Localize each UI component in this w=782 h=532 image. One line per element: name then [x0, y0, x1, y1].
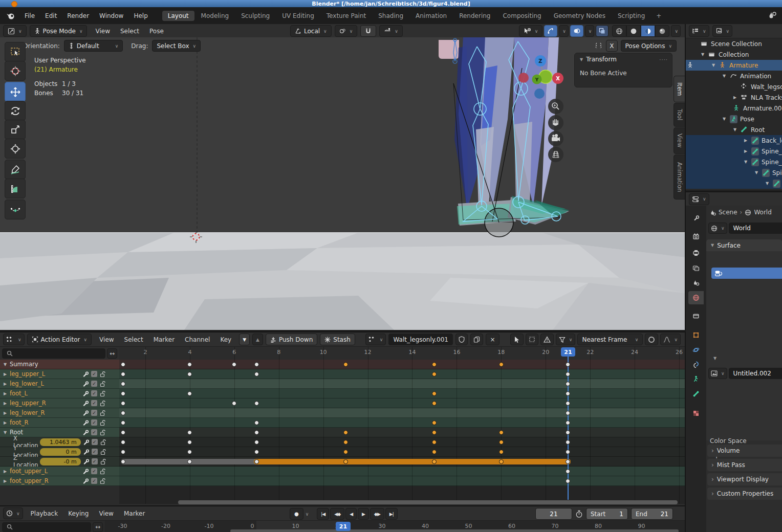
surface-panel-header[interactable]: ▼ Surface [706, 239, 782, 251]
channel-value-field[interactable]: 1.0463 m [40, 438, 81, 446]
pivot-point-selector[interactable]: ∨ [335, 25, 358, 37]
tool-cursor-button[interactable] [5, 61, 26, 81]
next-keyframe-button[interactable]: ◆▶ [370, 508, 384, 520]
end-frame-field[interactable]: End 21 [631, 508, 673, 520]
modifier-wrench-icon[interactable] [82, 390, 89, 397]
channel-lock-icon[interactable] [100, 449, 106, 455]
start-frame-field[interactable]: Start 1 [586, 508, 628, 520]
channel-name[interactable]: foot_upper_R [10, 477, 49, 484]
workspace-tab-rendering[interactable]: Rendering [453, 11, 496, 21]
keyframe-f18-selected[interactable] [499, 459, 504, 464]
tool-transform-button[interactable] [5, 139, 26, 159]
dopesheet-hscrollbar[interactable] [178, 500, 678, 504]
channel-lock-icon[interactable] [99, 390, 106, 397]
expand-down-icon[interactable]: ▼ [764, 181, 770, 186]
keyframe-f1[interactable] [121, 459, 125, 464]
channel-name[interactable]: leg_upper_L [10, 370, 45, 378]
channel-name[interactable]: leg_lower_L [10, 380, 44, 387]
object-type-visibility-selector[interactable]: ∨ [519, 25, 543, 37]
keyframe-f18-selected[interactable] [499, 450, 504, 454]
jump-to-start-button[interactable]: |◀ [317, 508, 329, 520]
keyframe-f1[interactable] [121, 450, 125, 454]
outliner-label[interactable]: Spine_L [762, 148, 782, 155]
menu-window[interactable]: Window [94, 12, 128, 19]
properties-tab-texture[interactable] [688, 407, 704, 420]
key-row-leg_upper_l[interactable] [119, 369, 685, 379]
key-row-y-location[interactable] [119, 447, 685, 457]
channel-expand-icon[interactable]: ▶ [2, 411, 8, 415]
jump-to-end-button[interactable]: ▶| [385, 508, 398, 520]
timeline-menu-marker[interactable]: Marker [119, 510, 150, 517]
viewport-editor-type-button[interactable]: ∨ [3, 25, 27, 37]
pose-options-dropdown[interactable]: Pose Options ∨ [621, 40, 677, 52]
properties-tab-world[interactable] [688, 291, 704, 304]
expand-down-icon[interactable]: ▼ [732, 127, 738, 132]
key-row-foot_l[interactable] [119, 389, 685, 398]
outliner-label[interactable]: NLA Tracks [751, 94, 782, 101]
keyframe-f1[interactable] [121, 401, 125, 406]
x-mirror-toggle[interactable]: X [606, 40, 617, 52]
channel-name[interactable]: leg_lower_R [10, 409, 45, 416]
modifier-wrench-icon[interactable] [83, 439, 90, 446]
image-name-field[interactable]: Untitled.002 [729, 368, 782, 379]
keyframe-f7[interactable] [254, 440, 259, 445]
workspace-tab-scripting[interactable]: Scripting [612, 11, 650, 21]
key-row-foot_upper_r[interactable] [119, 476, 685, 486]
transform-orientation-selector[interactable]: Local ∨ [290, 25, 332, 37]
menu-file[interactable]: File [19, 12, 40, 19]
sidebar-tab-item[interactable]: Item [674, 76, 685, 102]
panel-custom-properties[interactable]: ›Custom Properties [707, 487, 782, 500]
timeline-hscrollbar[interactable] [230, 529, 679, 532]
key-row-summary[interactable] [119, 360, 685, 369]
channel-lock-icon[interactable] [99, 419, 106, 426]
outliner-label[interactable]: Root [751, 126, 765, 134]
add-workspace-button[interactable]: + [650, 11, 667, 21]
expand-down-icon[interactable]: ▼ [721, 74, 727, 78]
channel-foot_r[interactable]: ▶foot_R✓ [0, 418, 119, 428]
modifier-wrench-icon[interactable] [82, 381, 89, 387]
key-row-root[interactable] [119, 428, 685, 437]
channel-value-field[interactable]: -0 m [40, 458, 81, 465]
outliner-label[interactable]: Armature.003 [743, 105, 782, 112]
drag-mode-selector[interactable]: Select Box ∨ [152, 40, 201, 52]
modifier-wrench-icon[interactable] [82, 371, 89, 378]
workspace-tab-layout[interactable]: Layout [162, 11, 194, 21]
keyframe-f18-selected[interactable] [499, 430, 504, 435]
panel-volume[interactable]: ›Volume [707, 445, 782, 457]
timeline-filter-button[interactable]: ↔ [93, 522, 103, 532]
channel-lock-icon[interactable] [99, 478, 106, 484]
sidebar-tab-view[interactable]: View [674, 127, 685, 154]
shading-wireframe-button[interactable] [612, 25, 626, 37]
keyframe-f1[interactable] [121, 372, 125, 376]
shading-material-button[interactable] [641, 25, 655, 37]
key-row-foot_upper_l[interactable] [119, 467, 685, 476]
shading-dropdown[interactable]: ∨ [671, 25, 681, 37]
timeline-search-input[interactable] [2, 522, 91, 532]
properties-tab-render[interactable] [688, 230, 704, 243]
keyframe-f1[interactable] [121, 440, 125, 445]
properties-tab-object[interactable] [688, 328, 704, 342]
snap-toggle[interactable] [360, 25, 376, 37]
outliner-row-armature[interactable]: ▼Armature [686, 60, 782, 71]
expand-down-icon[interactable]: ▼ [743, 160, 749, 164]
channel-foot_l[interactable]: ▶foot_L✓ [0, 389, 119, 398]
image-browse-button[interactable]: ∨ [708, 368, 727, 379]
use-preview-range-icon[interactable] [575, 510, 583, 518]
viewport-menu-view[interactable]: View [90, 28, 115, 35]
modifier-wrench-icon[interactable] [82, 400, 89, 407]
key-row-foot_r[interactable] [119, 418, 685, 428]
keyframe-f1[interactable] [121, 430, 125, 435]
keyframe-f7[interactable] [254, 401, 259, 406]
outliner-row-spine-l[interactable]: ▶Spine_L [686, 146, 782, 157]
channel-lock-icon[interactable] [99, 371, 106, 378]
channel-expand-icon[interactable]: ▶ [2, 479, 8, 483]
channel-z-location[interactable]: Z Location-0 m✓ [0, 457, 119, 467]
expand-right-icon[interactable]: ▶ [732, 95, 738, 100]
keyframe-f11-selected[interactable] [343, 430, 348, 435]
key-row-x-location[interactable] [119, 437, 685, 447]
channel-enable-checkbox[interactable]: ✓ [91, 410, 97, 416]
expand-down-icon[interactable]: ▼ [700, 52, 706, 57]
outliner-row-animation[interactable]: ▼Animation [686, 71, 782, 81]
dopesheet-key-area[interactable] [119, 332, 685, 506]
channel-expand-icon[interactable]: ▶ [2, 382, 8, 386]
